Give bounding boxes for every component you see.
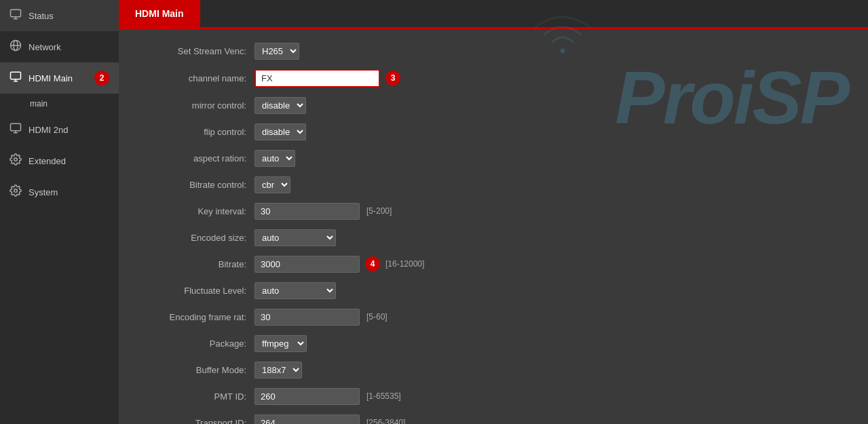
content-area: HDMI Main ProiSP Set Stream Venc: bbox=[119, 0, 868, 424]
stream-venc-label: Set Stream Venc: bbox=[146, 46, 254, 56]
package-label: Package: bbox=[146, 339, 254, 349]
sidebar-item-network[interactable]: Network bbox=[0, 31, 119, 62]
sidebar-item-hdmi-main-label: HDMI Main bbox=[29, 73, 73, 83]
mirror-control-select[interactable]: disable enable bbox=[254, 97, 306, 114]
sidebar-item-network-label: Network bbox=[29, 42, 61, 52]
form-row-buffer-mode: Buffer Mode: 188x7 188x4 bbox=[146, 362, 841, 379]
svg-rect-6 bbox=[11, 72, 21, 79]
encoding-frame-rat-label: Encoding frame rat: bbox=[146, 312, 254, 322]
encoding-frame-rat-range: [5-60] bbox=[366, 312, 388, 322]
form-row-encoded-size: Encoded size: auto 1920x1080 1280x720 bbox=[146, 229, 841, 246]
gear-icon bbox=[10, 153, 22, 168]
form-row-pmt-id: PMT ID: [1-65535] bbox=[146, 388, 841, 405]
monitor3-icon bbox=[10, 122, 22, 137]
form-row-mirror-control: mirror control: disable enable bbox=[146, 97, 841, 114]
tab-hdmi-main[interactable]: HDMI Main bbox=[119, 0, 200, 27]
mirror-control-label: mirror control: bbox=[146, 100, 254, 111]
tab-hdmi-main-label: HDMI Main bbox=[135, 8, 184, 19]
form-row-package: Package: ffmpeg mpegts bbox=[146, 335, 841, 352]
bitrate-label: Bitrate: bbox=[146, 259, 254, 269]
form-row-key-interval: Key interval: [5-200] bbox=[146, 203, 841, 220]
form-row-stream-venc: Set Stream Venc: H265 H264 bbox=[146, 43, 841, 60]
package-select[interactable]: ffmpeg mpegts bbox=[254, 335, 307, 352]
svg-rect-0 bbox=[11, 9, 21, 17]
form-row-bitrate: Bitrate: 4 [16-12000] bbox=[146, 256, 841, 273]
sidebar-item-extended[interactable]: Extended bbox=[0, 145, 119, 176]
sidebar-item-hdmi-2nd[interactable]: HDMI 2nd bbox=[0, 114, 119, 145]
svg-point-13 bbox=[14, 189, 18, 193]
form-row-channel-name: channel name: 3 bbox=[146, 69, 841, 88]
hdmi-main-badge: 2 bbox=[94, 71, 109, 85]
sidebar-sub-item-main-label: main bbox=[30, 99, 48, 109]
gear2-icon bbox=[10, 185, 22, 199]
monitor2-icon bbox=[10, 71, 22, 85]
bitrate-range: [16-12000] bbox=[385, 259, 424, 269]
form-row-flip-control: flip control: disable enable bbox=[146, 123, 841, 140]
form-row-bitrate-control: Bitrate control: cbr vbr bbox=[146, 176, 841, 193]
encoding-frame-rat-input[interactable] bbox=[254, 309, 360, 326]
transport-id-range: [256-3840] bbox=[366, 418, 405, 424]
sidebar-item-status[interactable]: Status bbox=[0, 0, 119, 31]
key-interval-label: Key interval: bbox=[146, 206, 254, 216]
bitrate-control-label: Bitrate control: bbox=[146, 180, 254, 190]
channel-name-input[interactable] bbox=[254, 69, 380, 88]
bitrate-control-select[interactable]: cbr vbr bbox=[254, 176, 290, 193]
flip-control-label: flip control: bbox=[146, 127, 254, 137]
sidebar-item-hdmi-2nd-label: HDMI 2nd bbox=[29, 125, 69, 135]
sidebar: Status Network HDMI Main 2 main HDMI 2nd bbox=[0, 0, 119, 424]
key-interval-range: [5-200] bbox=[366, 206, 392, 216]
stream-venc-select[interactable]: H265 H264 bbox=[254, 43, 299, 60]
encoded-size-select[interactable]: auto 1920x1080 1280x720 bbox=[254, 229, 336, 246]
bitrate-input[interactable] bbox=[254, 256, 360, 273]
transport-id-label: Transport ID: bbox=[146, 418, 254, 424]
pmt-id-range: [1-65535] bbox=[366, 391, 401, 401]
svg-rect-9 bbox=[11, 123, 21, 131]
aspect-ration-label: aspect ration: bbox=[146, 153, 254, 163]
form-row-fluctuate-level: Fluctuate Level: auto low medium high bbox=[146, 282, 841, 299]
sidebar-item-hdmi-main[interactable]: HDMI Main 2 bbox=[0, 62, 119, 94]
channel-name-badge: 3 bbox=[385, 71, 400, 85]
form-row-encoding-frame-rat: Encoding frame rat: [5-60] bbox=[146, 309, 841, 326]
fluctuate-level-label: Fluctuate Level: bbox=[146, 286, 254, 296]
form-row-transport-id: Transport ID: [256-3840] bbox=[146, 415, 841, 424]
globe-icon bbox=[10, 39, 22, 54]
transport-id-input[interactable] bbox=[254, 415, 360, 424]
pmt-id-input[interactable] bbox=[254, 388, 360, 405]
form-row-aspect-ration: aspect ration: auto 4:3 16:9 bbox=[146, 150, 841, 167]
sidebar-item-status-label: Status bbox=[29, 11, 54, 21]
buffer-mode-label: Buffer Mode: bbox=[146, 365, 254, 375]
sidebar-item-extended-label: Extended bbox=[29, 156, 66, 166]
flip-control-select[interactable]: disable enable bbox=[254, 123, 306, 140]
sidebar-item-system-label: System bbox=[29, 187, 58, 197]
sidebar-sub-item-main[interactable]: main bbox=[0, 94, 119, 114]
form-area: Set Stream Venc: H265 H264 channel name:… bbox=[119, 29, 868, 424]
svg-point-12 bbox=[14, 158, 18, 161]
fluctuate-level-select[interactable]: auto low medium high bbox=[254, 282, 336, 299]
monitor-icon bbox=[10, 8, 22, 23]
tab-bar: HDMI Main bbox=[119, 0, 868, 27]
key-interval-input[interactable] bbox=[254, 203, 360, 220]
pmt-id-label: PMT ID: bbox=[146, 391, 254, 402]
sidebar-item-system[interactable]: System bbox=[0, 176, 119, 208]
aspect-ration-select[interactable]: auto 4:3 16:9 bbox=[254, 150, 295, 167]
encoded-size-label: Encoded size: bbox=[146, 233, 254, 243]
channel-name-label: channel name: bbox=[146, 73, 254, 83]
bitrate-badge: 4 bbox=[365, 256, 380, 271]
buffer-mode-select[interactable]: 188x7 188x4 bbox=[254, 362, 302, 379]
